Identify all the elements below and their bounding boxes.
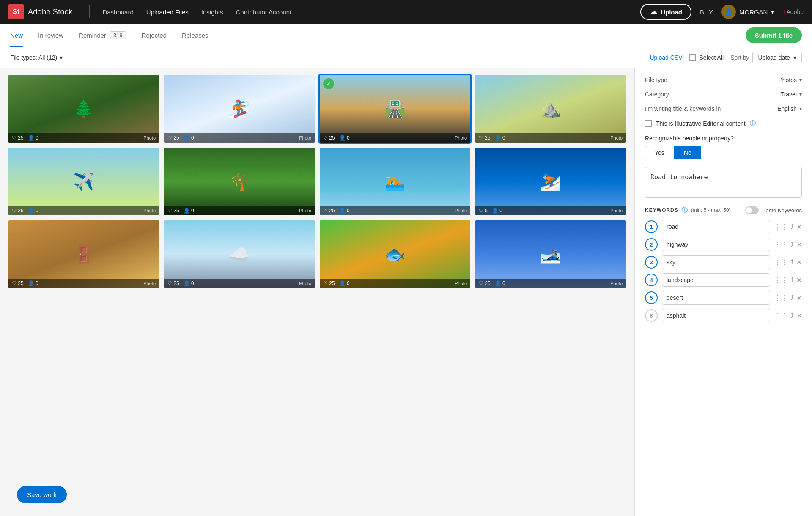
photo-image: ⛷️ (475, 148, 626, 215)
keywords-info-icon[interactable]: ⓘ (682, 206, 688, 214)
info-icon[interactable]: ⓘ (750, 120, 756, 127)
tab-new[interactable]: New (10, 24, 23, 47)
keywords-header: KEYWORDS ⓘ (min: 5 - max: 50) Paste Keyw… (645, 206, 802, 214)
remove-keyword-icon[interactable]: ✕ (796, 223, 802, 231)
photo-image: ✈️ (8, 148, 159, 215)
language-label: I'm writing title & keywords in (645, 105, 777, 112)
toolbar: File types: All (12) ▾ Upload CSV Select… (0, 47, 812, 68)
tabs-bar: New In review Reminder 319 Rejected Rele… (0, 24, 812, 47)
drag-icon[interactable]: ⋮⋮ (774, 276, 788, 284)
file-types-dropdown[interactable]: File types: All (12) ▾ (10, 54, 63, 61)
adobe-label: Adobe (787, 8, 804, 15)
remove-keyword-icon[interactable]: ✕ (796, 241, 802, 249)
photo-image: 🎿 (475, 220, 626, 288)
likes-stat: ♡ 25 (323, 280, 335, 286)
move-up-icon[interactable]: ⤴ (790, 258, 794, 266)
people-stat: 👤 0 (339, 135, 350, 141)
photo-type: Photo (455, 208, 467, 213)
sidebar: File type Photos ▾ Category Travel ▾ I'm… (634, 68, 812, 516)
reminder-badge: 319 (110, 31, 126, 39)
select-all-checkbox[interactable] (689, 54, 696, 61)
move-up-icon[interactable]: ⤴ (790, 241, 794, 248)
photo-image: 🌴 (164, 148, 315, 215)
keyword-row: 2 ⋮⋮ ⤴ ✕ (645, 238, 802, 251)
yes-button[interactable]: Yes (645, 146, 674, 159)
photo-card[interactable]: ☁️ ♡ 25 👤 0 Photo (164, 220, 315, 288)
upload-button[interactable]: ☁ Upload (640, 4, 691, 20)
remove-keyword-icon[interactable]: ✕ (796, 276, 802, 284)
photo-footer: ♡ 25 👤 0 Photo (320, 279, 470, 288)
remove-keyword-icon[interactable]: ✕ (796, 258, 802, 266)
photo-card[interactable]: 🌴 ♡ 25 👤 0 Photo (164, 148, 315, 215)
remove-keyword-icon[interactable]: ✕ (796, 312, 802, 320)
drag-icon[interactable]: ⋮⋮ (774, 223, 788, 231)
tab-in-review[interactable]: In review (38, 24, 63, 47)
photo-footer: ♡ 25 👤 0 Photo (164, 133, 315, 143)
editorial-checkbox[interactable] (645, 120, 652, 127)
file-type-label: File type (645, 77, 778, 83)
move-up-icon[interactable]: ⤴ (790, 276, 794, 284)
nav-insights[interactable]: Insights (201, 8, 223, 16)
user-area[interactable]: 👤 MORGAN ▾ (721, 5, 774, 19)
photo-card[interactable]: 🚪 ♡ 25 👤 0 Photo (8, 220, 159, 288)
photo-card[interactable]: ⛷️ ♡ 5 👤 0 Photo (475, 148, 626, 215)
drag-icon[interactable]: ⋮⋮ (774, 312, 788, 320)
photo-type: Photo (455, 281, 467, 286)
keyword-input[interactable] (662, 309, 770, 322)
no-button[interactable]: No (674, 146, 701, 159)
nav-uploaded-files[interactable]: Uploaded Files (146, 8, 189, 16)
photo-footer: ♡ 25 👤 0 Photo (475, 279, 626, 288)
likes-stat: ♡ 25 (167, 280, 179, 286)
editorial-label: This is Illustrative Editorial content (656, 120, 746, 127)
people-stat: 👤 0 (184, 135, 194, 141)
keyword-row: 1 ⋮⋮ ⤴ ✕ (645, 220, 802, 233)
tab-releases[interactable]: Releases (182, 24, 208, 47)
keyword-input[interactable] (662, 273, 770, 287)
photo-card[interactable]: 🏂 ♡ 25 👤 0 Photo (164, 75, 315, 143)
likes-stat: ♡ 25 (12, 280, 24, 286)
move-up-icon[interactable]: ⤴ (790, 223, 794, 231)
category-dropdown[interactable]: Travel ▾ (781, 91, 802, 98)
keyword-input[interactable] (662, 291, 770, 305)
nav-dashboard[interactable]: Dashboard (102, 8, 133, 16)
photo-image: 🌲 (8, 75, 159, 143)
photo-card[interactable]: 🐟 ♡ 25 👤 0 Photo (320, 220, 470, 288)
people-stat: 👤 0 (339, 280, 350, 286)
photo-card[interactable]: ✈️ ♡ 25 👤 0 Photo (8, 148, 159, 215)
photo-card[interactable]: 🎿 ♡ 25 👤 0 Photo (475, 220, 626, 288)
drag-icon[interactable]: ⋮⋮ (774, 241, 788, 249)
language-dropdown[interactable]: English ▾ (777, 105, 802, 112)
keyword-input[interactable] (662, 255, 770, 269)
photo-type: Photo (143, 208, 156, 213)
keywords-count: (min: 5 - max: 50) (691, 207, 731, 213)
title-input[interactable] (645, 167, 802, 198)
photo-card[interactable]: ⛰️ ♡ 25 👤 0 Photo (475, 75, 626, 143)
tab-reminder[interactable]: Reminder 319 (79, 24, 126, 47)
move-up-icon[interactable]: ⤴ (790, 312, 794, 319)
select-all-area[interactable]: Select All (689, 54, 724, 61)
save-work-button[interactable]: Save work (17, 486, 67, 503)
keyword-input[interactable] (662, 220, 770, 233)
file-type-dropdown[interactable]: Photos ▾ (778, 77, 802, 83)
tab-rejected[interactable]: Rejected (142, 24, 167, 47)
photo-image: ⛰️ (475, 75, 626, 143)
sort-dropdown[interactable]: Upload date ▾ (752, 52, 802, 63)
remove-keyword-icon[interactable]: ✕ (796, 294, 802, 302)
paste-keywords-toggle[interactable]: Paste Keywords (745, 206, 802, 214)
people-stat: 👤 0 (184, 208, 194, 214)
keyword-actions: ⋮⋮ ⤴ ✕ (774, 241, 802, 249)
photo-card[interactable]: 🌲 ♡ 25 👤 0 Photo (8, 75, 159, 143)
buy-link[interactable]: BUY (700, 8, 713, 16)
move-up-icon[interactable]: ⤴ (790, 294, 794, 302)
keyword-input[interactable] (662, 238, 770, 251)
submit-button[interactable]: Submit 1 file (746, 27, 802, 43)
likes-stat: ♡ 25 (167, 135, 179, 141)
nav-contributor[interactable]: Contributor Account (236, 8, 292, 16)
drag-icon[interactable]: ⋮⋮ (774, 258, 788, 266)
drag-icon[interactable]: ⋮⋮ (774, 294, 788, 302)
photo-card[interactable]: ✓🛣️ ♡ 25 👤 0 Photo (320, 75, 470, 143)
paste-keywords-toggle-switch[interactable] (745, 206, 759, 214)
photo-card[interactable]: 🏊 ♡ 25 👤 0 Photo (320, 148, 470, 215)
upload-csv-button[interactable]: Upload CSV (650, 54, 682, 61)
photo-footer: ♡ 25 👤 0 Photo (320, 133, 470, 143)
